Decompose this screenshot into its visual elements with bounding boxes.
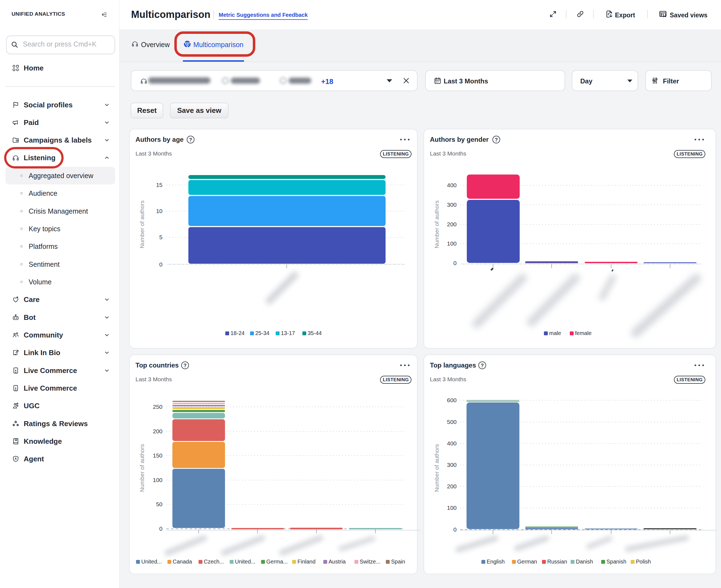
svg-text:A: A (15, 457, 17, 460)
